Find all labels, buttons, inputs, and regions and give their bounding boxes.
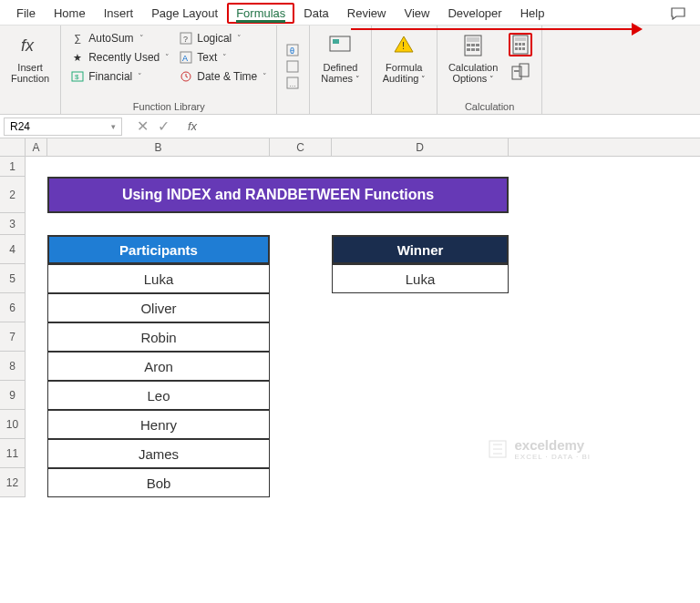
row-header[interactable]: 2: [0, 177, 26, 213]
col-header-a[interactable]: A: [26, 138, 47, 156]
calculate-sheet-button[interactable]: [509, 60, 532, 84]
row-header[interactable]: 12: [0, 468, 26, 497]
cell[interactable]: [270, 293, 332, 322]
financial-button[interactable]: $Financial˅: [67, 67, 173, 86]
row-header[interactable]: 9: [0, 381, 26, 410]
participant-cell[interactable]: Leo: [47, 381, 270, 410]
comments-icon[interactable]: [664, 4, 693, 24]
tab-help[interactable]: Help: [511, 3, 554, 24]
cell[interactable]: [26, 177, 47, 213]
row-header[interactable]: 8: [0, 352, 26, 381]
cell[interactable]: [270, 410, 332, 439]
cell[interactable]: [332, 410, 509, 439]
calculation-options-button[interactable]: Calculation Options: [443, 29, 503, 99]
cell[interactable]: [270, 322, 332, 352]
cell[interactable]: [47, 213, 270, 235]
cell[interactable]: [332, 468, 509, 497]
recently-used-button[interactable]: ★Recently Used˅: [67, 48, 173, 66]
participant-cell[interactable]: Aron: [47, 352, 270, 381]
cancel-formula-icon[interactable]: ✕: [133, 118, 152, 135]
participant-cell[interactable]: James: [47, 439, 270, 468]
tab-formulas[interactable]: Formulas: [227, 3, 294, 24]
insert-function-button[interactable]: fx Insert Function: [5, 29, 55, 110]
tab-data[interactable]: Data: [294, 3, 337, 24]
enter-formula-icon[interactable]: ✓: [154, 118, 173, 135]
participant-cell[interactable]: Luka: [47, 264, 270, 293]
row-header[interactable]: 1: [0, 157, 26, 177]
row-header[interactable]: 6: [0, 293, 26, 322]
cell[interactable]: [332, 439, 509, 468]
col-header-c[interactable]: C: [270, 138, 332, 156]
svg-text:…: …: [289, 80, 296, 88]
cell[interactable]: [26, 322, 47, 352]
row-header[interactable]: 4: [0, 235, 26, 264]
row-header[interactable]: 7: [0, 322, 26, 352]
svg-rect-14: [333, 39, 339, 44]
col-header-d[interactable]: D: [332, 138, 509, 156]
tab-insert[interactable]: Insert: [95, 3, 143, 24]
logical-button[interactable]: ?Logical˅: [175, 29, 271, 47]
cell[interactable]: [26, 293, 47, 322]
cell[interactable]: [26, 381, 47, 410]
row-header[interactable]: 3: [0, 213, 26, 235]
formula-input[interactable]: [204, 118, 696, 135]
winner-cell[interactable]: Luka: [332, 264, 509, 293]
cell[interactable]: [26, 264, 47, 293]
cell[interactable]: [26, 352, 47, 381]
select-all-corner[interactable]: [0, 138, 26, 156]
svg-rect-30: [519, 47, 521, 50]
text-button[interactable]: AText˅: [175, 48, 271, 66]
tab-review[interactable]: Review: [338, 3, 396, 24]
cell[interactable]: [332, 293, 509, 322]
cell[interactable]: [270, 439, 332, 468]
autosum-button[interactable]: ∑AutoSum˅: [67, 29, 173, 47]
cell[interactable]: [26, 157, 47, 177]
cell[interactable]: [26, 468, 47, 497]
cell[interactable]: [270, 213, 332, 235]
cell[interactable]: [270, 235, 332, 264]
row-header[interactable]: 5: [0, 264, 26, 293]
svg-rect-10: [287, 61, 298, 72]
cell[interactable]: [332, 381, 509, 410]
title-cell[interactable]: Using INDEX and RANDBETWEEN Functions: [47, 177, 509, 213]
tab-view[interactable]: View: [395, 3, 438, 24]
participant-cell[interactable]: Bob: [47, 468, 270, 497]
participants-header[interactable]: Participants: [47, 235, 270, 264]
cell[interactable]: [26, 235, 47, 264]
row-header[interactable]: 10: [0, 410, 26, 439]
cell[interactable]: [332, 213, 509, 235]
tab-file[interactable]: File: [7, 3, 45, 24]
cell[interactable]: [270, 264, 332, 293]
cell[interactable]: [270, 157, 332, 177]
cell[interactable]: [270, 352, 332, 381]
tab-home[interactable]: Home: [45, 3, 95, 24]
participant-cell[interactable]: Oliver: [47, 293, 270, 322]
fx-icon[interactable]: fx: [184, 119, 201, 133]
formula-auditing-button[interactable]: ! Formula Auditing: [377, 29, 431, 110]
cell[interactable]: [332, 352, 509, 381]
cell[interactable]: [26, 410, 47, 439]
row-header[interactable]: 11: [0, 439, 26, 468]
calculate-now-button[interactable]: [509, 33, 532, 56]
calc-now-icon: [511, 35, 530, 55]
defined-names-button[interactable]: Defined Names: [315, 29, 365, 110]
participant-cell[interactable]: Robin: [47, 322, 270, 352]
tab-developer[interactable]: Developer: [438, 3, 510, 24]
winner-header[interactable]: Winner: [332, 235, 509, 264]
cell[interactable]: [270, 468, 332, 497]
participant-cell[interactable]: Henry: [47, 410, 270, 439]
star-icon: ★: [70, 50, 85, 65]
group-continuation[interactable]: θ…: [277, 26, 310, 114]
tab-page-layout[interactable]: Page Layout: [142, 3, 227, 24]
cell[interactable]: [47, 157, 270, 177]
date-time-button[interactable]: Date & Time˅: [175, 67, 271, 86]
cell[interactable]: [332, 157, 509, 177]
name-box[interactable]: R24▾: [4, 118, 122, 136]
cell[interactable]: [332, 322, 509, 352]
cell[interactable]: [26, 213, 47, 235]
cell[interactable]: [270, 381, 332, 410]
text-icon: A: [179, 50, 193, 65]
ribbon-tabs: File Home Insert Page Layout Formulas Da…: [0, 0, 700, 26]
col-header-b[interactable]: B: [47, 138, 270, 156]
cell[interactable]: [26, 439, 47, 468]
